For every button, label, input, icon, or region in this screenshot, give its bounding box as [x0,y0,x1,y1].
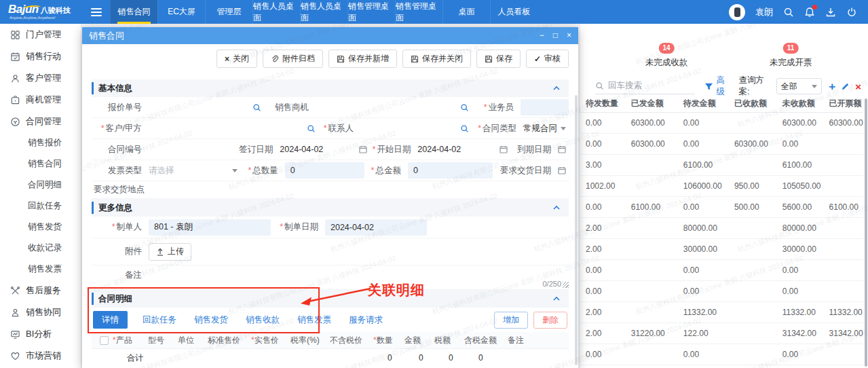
sidebar-subitem[interactable]: 销售发货 [0,217,81,238]
chevron-up-icon[interactable] [552,204,561,212]
search-icon[interactable] [460,103,472,112]
chevron-up-icon[interactable] [552,84,561,92]
total-amount-field[interactable]: 0 [408,162,493,179]
maximize-button[interactable]: □ [553,27,558,44]
contract-no-field[interactable] [149,141,235,158]
salesman-field[interactable] [521,99,569,115]
make-date-field[interactable]: 2024-04-02 [325,219,427,236]
toolbar-button[interactable]: 保存 [476,50,521,68]
upload-button[interactable]: 上传 [149,243,191,261]
summary-row[interactable]: 0.000.000.00 [580,281,863,302]
search-icon[interactable] [307,124,318,133]
sidebar-item[interactable]: 销售协同 [0,301,81,323]
toolbar-button[interactable]: ✓审核 [526,50,569,68]
toolbar-button[interactable]: 保存并新增 [328,50,397,68]
invoice-type-select[interactable]: 请选择 [149,162,240,179]
delete-row-button[interactable]: 删除 [533,312,567,329]
search-icon[interactable] [252,103,264,112]
add-row-button[interactable]: 增加 [494,312,528,329]
dialog-titlebar[interactable]: 销售合同 − □ × [82,27,578,44]
edit-query-plan-icon[interactable] [841,82,850,91]
section-more-info[interactable]: 更多信息 [92,199,569,217]
summary-row[interactable]: 2.0031220.00122.0031342.0031342.00 [580,323,863,344]
topbar-tab[interactable]: 销售人员桌面 [300,0,347,24]
toolbar-button[interactable]: 保存并关闭 [402,50,471,68]
quote-no-field[interactable] [149,99,264,115]
summary-row[interactable]: 1002.00106000.00950.00105050.00 [580,176,863,197]
start-date-field[interactable]: 2024-04-02 [417,141,510,158]
section-basic-info[interactable]: 基本信息 [92,79,569,97]
stat-uninvoiced[interactable]: 11 未完成开票 [770,41,812,69]
summary-row[interactable]: 0.000.000.00 [580,260,863,281]
contract-type-select[interactable]: 常规合同 [523,120,569,136]
add-query-plan-button[interactable]: + [829,81,835,92]
detail-tab[interactable]: 服务请求 [346,311,385,329]
query-plan-select[interactable]: 全部 [776,78,822,94]
advanced-search-link[interactable]: 高级 [716,75,732,98]
summary-row[interactable]: 2.0011332.0011332.0011332.00 [580,302,863,323]
sidebar-item[interactable]: 客户管理 [0,67,81,89]
detail-tab[interactable]: 销售收款 [243,311,282,329]
topbar-tab[interactable]: 桌面 [442,0,490,24]
hamburger-menu-icon[interactable] [91,6,102,18]
delete-query-plan-icon[interactable]: × [855,81,861,92]
chevron-up-icon[interactable] [552,295,561,303]
filter-funnel-icon[interactable] [704,82,713,91]
detail-tab[interactable]: 销售发货 [191,311,231,329]
delivery-date-field[interactable] [558,162,569,179]
sidebar-subitem[interactable]: 销售合同 [0,153,81,174]
section-contract-detail[interactable]: 合同明细 [92,290,569,308]
download-icon[interactable] [825,7,836,18]
search-input[interactable]: 回车搜索 [595,78,695,94]
select-all-checkbox[interactable] [100,336,109,345]
topbar-tab[interactable]: 销售合同 [110,0,157,24]
summary-row[interactable]: 0.0060300.000.0060300.0060300.00 [580,113,863,134]
summary-row[interactable]: 2.0030000.0030000.00 [580,239,863,260]
topbar-tab[interactable]: EC大屏 [157,0,205,24]
total-qty-field[interactable]: 0 [285,162,364,179]
toolbar-button[interactable]: ×关闭 [216,50,257,68]
sidebar-item[interactable]: 合同管理 [0,111,81,132]
summary-row[interactable]: 2.0080000.0080000.00 [580,218,863,239]
detail-tab[interactable]: 销售发票 [295,311,334,329]
sidebar-subitem[interactable]: 合同明细 [0,174,81,196]
topbar-tab[interactable]: 销售管理桌面 [395,0,442,24]
topbar-tab[interactable]: 人员看板 [490,0,537,24]
detail-tab[interactable]: 回款任务 [140,311,179,329]
sidebar-item[interactable]: 售后服务 [0,280,81,301]
opportunity-field[interactable] [316,99,472,115]
summary-row[interactable]: 0.006100.000.00500.005600.006100.00 [580,197,863,218]
dialog-scrollbar[interactable] [575,95,578,365]
end-date-field[interactable] [558,141,569,158]
sidebar-item[interactable]: 市场营销 [0,345,81,367]
maker-field[interactable]: 801 - 袁朗 [149,219,271,236]
sidebar-subitem[interactable]: 收款记录 [0,238,81,259]
sidebar-item[interactable]: BI分析 [0,323,81,345]
summary-row[interactable]: 0.000.000.00 [580,344,863,365]
resize-grip-icon[interactable] [563,282,569,288]
toolbar-button[interactable]: 附件归档 [263,50,323,68]
search-icon[interactable] [460,124,472,133]
customer-field[interactable] [149,120,318,136]
sidebar-item[interactable]: 销售行动 [0,45,81,67]
bell-icon[interactable] [804,7,815,18]
topbar-tab[interactable]: 销售管理桌面 [347,0,395,24]
detail-tab[interactable]: 详情 [93,311,128,329]
summary-row[interactable]: 0.0060300.000.0060300.000.00 [580,134,863,155]
minimize-button[interactable]: − [540,27,544,44]
table-scrollbar[interactable] [865,98,867,367]
sidebar-item[interactable]: 商机管理 [0,89,81,111]
avatar[interactable] [729,4,745,20]
sidebar-subitem[interactable]: 回款任务 [0,196,81,217]
topbar-tab[interactable]: 销售人员桌面 [252,0,300,24]
summary-row[interactable]: 3.006100.006100.00 [580,155,863,176]
stat-uncollected[interactable]: 14 未完成收款 [645,41,688,69]
close-button[interactable]: × [567,27,571,44]
power-icon[interactable] [846,7,857,18]
sidebar-subitem[interactable]: 销售报价 [0,132,81,153]
contact-field[interactable] [360,120,472,136]
search-icon[interactable] [783,7,794,18]
sign-date-field[interactable]: 2024-04-02 [280,141,370,158]
topbar-tab[interactable]: 管理层 [205,0,252,24]
sidebar-subitem[interactable]: 销售发票 [0,259,81,280]
